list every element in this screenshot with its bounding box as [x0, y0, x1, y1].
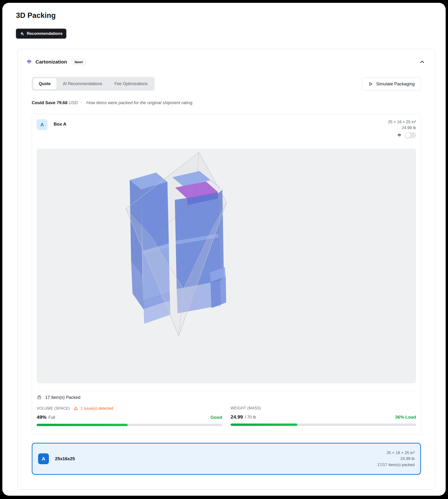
volume-issues: 1 issue(s) detected	[80, 406, 113, 411]
volume-progress-fill	[37, 424, 128, 426]
savings-label: Could Save	[32, 100, 55, 105]
collapse-button[interactable]	[418, 57, 427, 66]
savings-row: Could Save 79.66 USD · How items were pa…	[32, 100, 421, 105]
tab-fee-optimizations[interactable]: Fee Optimizations	[109, 78, 153, 89]
volume-progress-track	[37, 424, 222, 426]
packing-3d-scene	[116, 150, 231, 340]
savings-separator: ·	[81, 100, 82, 105]
weight-capacity: / 70 lb	[245, 415, 256, 420]
box-a-toggle-row	[388, 132, 416, 138]
sparkles-icon	[20, 31, 24, 36]
recommendations-button[interactable]: Recommendations	[16, 29, 66, 39]
weight-stat: WEIGHT (MASS) 24.99 / 70 lb 36% Load	[231, 406, 416, 426]
card-title: Cartonization	[35, 59, 67, 65]
volume-label: VOLUME (SPACE)	[37, 406, 70, 411]
box-a-name: Box A	[54, 122, 66, 127]
weight-value: 24.99	[231, 414, 243, 420]
volume-status: Good	[210, 415, 222, 420]
selected-box-weight: 24.99 lb	[377, 456, 415, 462]
selected-box-name: 25x16x25	[55, 456, 75, 461]
tabbar: Quote AI Recommendations Fee Optimizatio…	[32, 77, 155, 91]
items-packed-label: 17 Item(s) Packed	[45, 395, 80, 400]
selected-box-packed: 17/17 item(s) packed	[377, 462, 415, 468]
selected-box-meta: 25 × 16 × 25 in³ 24.99 lb 17/17 item(s) …	[377, 450, 415, 468]
toggle-knob	[405, 133, 410, 138]
box-a-weight: 24.99 lb	[388, 125, 416, 131]
selected-box-badge: A	[38, 453, 49, 464]
selected-box-dimensions: 25 × 16 × 25 in³	[377, 450, 415, 456]
tab-ai-recommendations[interactable]: AI Recommendations	[57, 78, 108, 89]
weight-progress-fill	[231, 424, 297, 426]
volume-stat: VOLUME (SPACE) 1 issue(s) detected	[37, 406, 222, 426]
page-title: 3D Packing	[16, 11, 56, 20]
weight-progress-track	[231, 424, 416, 426]
recommendations-label: Recommendations	[27, 31, 63, 36]
play-icon	[368, 81, 373, 86]
savings-currency: USD	[69, 100, 78, 105]
box-a-toggle[interactable]	[405, 132, 416, 138]
items-packed-row: 17 Item(s) Packed	[37, 395, 416, 400]
tab-quote[interactable]: Quote	[33, 78, 56, 89]
cartonization-card: Cartonization New! Quote AI Recommendati…	[17, 49, 435, 490]
card-body: Quote AI Recommendations Fee Optimizatio…	[32, 77, 421, 475]
card-header: Cartonization New!	[26, 57, 427, 67]
weight-load: 36% Load	[395, 415, 416, 420]
box-a-panel: A Box A 25 × 16 × 25 in³ 24.99 lb	[32, 114, 421, 435]
savings-note: How items were packed for the original s…	[86, 100, 194, 105]
volume-suffix: Full	[48, 415, 55, 420]
cloud-rain-icon	[397, 133, 402, 138]
cloud-rain-icon	[26, 59, 32, 65]
packing-3d-viewport[interactable]	[37, 149, 416, 383]
new-badge: New!	[72, 59, 86, 65]
simulate-packaging-button[interactable]: Simulate Packaging	[362, 77, 421, 91]
box-a-badge: A	[37, 119, 48, 130]
box-a-meta: 25 × 16 × 25 in³ 24.99 lb	[388, 119, 416, 138]
warning-triangle-icon	[74, 406, 78, 411]
volume-percent: 49%	[37, 414, 47, 420]
stats-grid: VOLUME (SPACE) 1 issue(s) detected	[37, 406, 416, 426]
savings-amount: 79.66	[57, 100, 67, 105]
weight-label: WEIGHT (MASS)	[231, 406, 261, 410]
chevron-up-icon	[419, 59, 425, 65]
controls-row: Quote AI Recommendations Fee Optimizatio…	[32, 77, 421, 91]
box-a-header: A Box A 25 × 16 × 25 in³ 24.99 lb	[37, 119, 416, 144]
box-a-dimensions: 25 × 16 × 25 in³	[388, 119, 416, 125]
page-panel: 3D Packing Recommendations Cartoniz	[2, 3, 446, 496]
package-icon	[37, 395, 42, 400]
simulate-packaging-label: Simulate Packaging	[376, 81, 415, 86]
footer-divider	[37, 391, 416, 391]
selected-box-row[interactable]: A 25x16x25 25 × 16 × 25 in³ 24.99 lb 17/…	[32, 443, 421, 475]
screen: { "page": { "title": "3D Packing" }, "to…	[0, 0, 448, 499]
